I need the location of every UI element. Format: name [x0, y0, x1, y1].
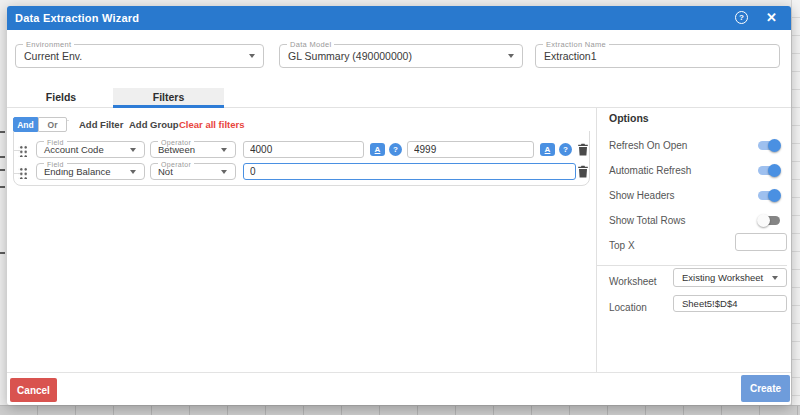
extraction-name-label: Extraction Name	[543, 40, 609, 49]
data-extraction-wizard-dialog: Data Extraction Wizard ? ✕ Environment C…	[7, 6, 791, 405]
tab-filters[interactable]: Filters	[113, 88, 224, 108]
drag-handle-icon[interactable]	[18, 166, 27, 179]
filter1-field-select[interactable]: Field Account Code	[36, 141, 145, 158]
background-text-fragment	[0, 169, 5, 171]
top-x-label: Top X	[609, 240, 635, 251]
option-label: Show Total Rows	[609, 215, 686, 226]
delete-filter1-trash-icon[interactable]	[577, 143, 589, 157]
refresh-on-open-toggle[interactable]	[757, 139, 781, 152]
field-label: Field	[44, 138, 67, 147]
dialog-title: Data Extraction Wizard	[15, 12, 139, 24]
extraction-name-field[interactable]: Extraction Name Extraction1	[535, 44, 780, 68]
add-filter-button[interactable]: Add Filter	[79, 119, 123, 130]
top-x-input[interactable]	[735, 233, 787, 251]
chevron-down-icon	[221, 148, 227, 152]
environment-label: Environment	[23, 40, 74, 49]
create-button[interactable]: Create	[741, 375, 790, 402]
logic-or-button[interactable]: Or	[38, 117, 67, 132]
operator-label: Operator	[158, 138, 194, 147]
tab-bar: Fields Filters	[7, 88, 791, 108]
help-circle-icon[interactable]: ?	[735, 11, 748, 24]
text-format-icon[interactable]: A	[370, 143, 385, 156]
chevron-down-icon	[130, 170, 136, 174]
question-circle-icon[interactable]: ?	[559, 143, 572, 156]
text-format-icon[interactable]: A	[540, 143, 555, 156]
chevron-down-icon	[508, 54, 514, 58]
option-label: Automatic Refresh	[609, 165, 691, 176]
worksheet-label: Worksheet	[609, 276, 657, 287]
background-text-fragment	[0, 186, 5, 188]
show-headers-toggle[interactable]	[757, 189, 781, 202]
panel-divider	[596, 108, 597, 372]
options-divider	[597, 265, 787, 266]
option-label: Show Headers	[609, 190, 675, 201]
operator-label: Operator	[158, 160, 194, 169]
filter2-value1-input[interactable]	[243, 163, 576, 180]
footer-divider	[7, 372, 791, 373]
chevron-down-icon	[221, 170, 227, 174]
filter2-field-select[interactable]: Field Ending Balance	[36, 163, 145, 180]
spreadsheet-background-right	[791, 0, 800, 405]
filter1-operator-select[interactable]: Operator Between	[150, 141, 236, 158]
data-model-select[interactable]: Data Model GL Summary (490000000)	[279, 44, 523, 68]
dialog-header: Data Extraction Wizard ? ✕	[7, 6, 791, 30]
background-text-fragment	[0, 252, 5, 254]
location-label: Location	[609, 302, 647, 313]
clear-all-filters-button[interactable]: Clear all filters	[179, 119, 244, 130]
options-title: Options	[609, 112, 649, 124]
close-x-icon[interactable]: ✕	[764, 10, 779, 25]
filter1-value2-input[interactable]	[407, 141, 534, 158]
environment-select[interactable]: Environment Current Env.	[15, 44, 264, 68]
drag-handle-icon[interactable]	[18, 144, 27, 157]
option-label: Refresh On Open	[609, 140, 687, 151]
worksheet-select[interactable]: Existing Worksheet	[673, 268, 787, 287]
filter1-value1-input[interactable]	[243, 141, 364, 158]
filter2-operator-select[interactable]: Operator Not	[150, 163, 236, 180]
chevron-down-icon	[772, 276, 778, 280]
chevron-down-icon	[249, 54, 255, 58]
screen: Data Extraction Wizard ? ✕ Environment C…	[0, 0, 800, 415]
data-model-label: Data Model	[287, 40, 334, 49]
background-text-fragment	[0, 131, 5, 133]
logic-and-button[interactable]: And	[13, 117, 38, 132]
cancel-button[interactable]: Cancel	[10, 378, 57, 402]
add-group-button[interactable]: Add Group	[129, 119, 179, 130]
field-label: Field	[44, 160, 67, 169]
chevron-down-icon	[130, 148, 136, 152]
automatic-refresh-toggle[interactable]	[757, 164, 781, 177]
delete-filter2-trash-icon[interactable]	[577, 165, 589, 179]
question-circle-icon[interactable]: ?	[389, 143, 402, 156]
location-input[interactable]	[673, 295, 787, 312]
worksheet-value: Existing Worksheet	[674, 269, 786, 287]
background-text-fragment	[0, 156, 5, 158]
spreadsheet-background-bottom	[0, 405, 800, 415]
show-total-rows-toggle[interactable]	[757, 214, 781, 227]
tab-fields[interactable]: Fields	[15, 88, 107, 108]
